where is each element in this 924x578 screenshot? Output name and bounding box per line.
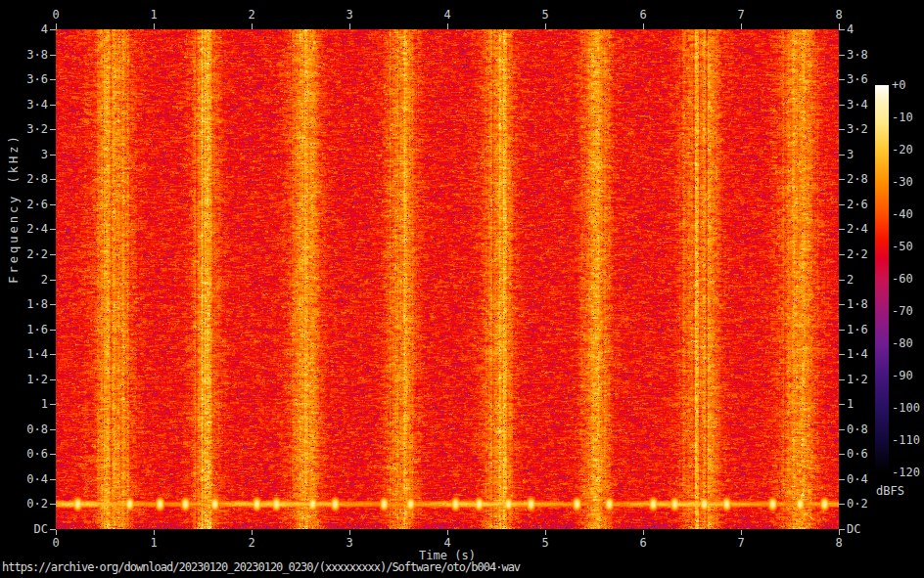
y-tick-mark [50,155,56,156]
y-tick-mark [839,379,845,380]
y-tick-mark [839,529,845,530]
x-tick-mark [154,530,155,535]
y-tick-mark [50,330,56,331]
x-tick-label: 0 [36,8,75,22]
y-tick-label: 3·4 [1,98,48,111]
y-tick-label: 3·6 [1,72,48,86]
x-tick-label: 4 [428,8,467,22]
y-tick-mark [839,29,845,30]
y-tick-mark [50,229,56,230]
y-tick-mark [50,304,56,305]
colorbar-tick-label: -70 [892,304,913,318]
colorbar-tick-label: -60 [892,272,913,286]
y-tick-mark [50,55,56,56]
colorbar-tick-label: +0 [892,78,905,92]
x-tick-mark [349,23,350,29]
colorbar-tick-label: -90 [892,369,913,382]
y-tick-mark [839,229,845,230]
y-tick-label: 0·6 [1,447,48,461]
y-tick-mark [839,479,845,480]
y-tick-mark [839,254,845,255]
y-axis-title: Frequency (kHz) [7,111,21,306]
x-tick-mark [643,530,644,535]
x-tick-label: 2 [232,8,271,22]
y-tick-mark [839,55,845,56]
x-tick-label: 8 [819,8,858,22]
y-tick-label: 1·6 [1,323,48,336]
colorbar-gradient [875,85,889,472]
y-tick-mark [839,155,845,156]
x-tick-mark [349,530,350,535]
x-tick-mark [545,530,546,535]
y-tick-mark [50,454,56,455]
x-tick-label: 5 [526,8,565,22]
x-tick-label: 0 [36,536,75,550]
x-tick-mark [154,23,155,29]
x-tick-label: 7 [721,8,761,22]
colorbar-tick-label: -120 [892,466,920,479]
y-tick-mark [50,105,56,106]
y-tick-label: 1·2 [1,373,48,386]
x-tick-label: 3 [330,536,369,550]
x-tick-mark [56,23,57,29]
y-tick-mark [50,79,56,80]
x-tick-label: 6 [624,536,663,550]
x-tick-mark [741,530,742,535]
x-tick-mark [447,530,448,535]
x-tick-label: 5 [526,536,565,550]
x-tick-label: 1 [134,8,173,22]
y-tick-mark [50,254,56,255]
spectrogram-heatmap [56,29,839,529]
y-tick-mark [839,304,845,305]
y-tick-label: 3·6 [847,72,894,86]
x-tick-label: 2 [232,536,271,550]
y-tick-label: DC [1,522,48,536]
y-tick-mark [50,204,56,205]
y-tick-mark [50,429,56,430]
colorbar [875,85,889,472]
x-tick-mark [56,530,57,535]
spectrogram-window: 012345678 012345678 43·83·63·43·232·82·6… [0,0,924,578]
y-tick-label: 0·4 [1,472,48,486]
x-tick-label: 1 [134,536,173,550]
x-tick-mark [252,23,253,29]
x-tick-mark [741,23,742,29]
y-tick-mark [839,129,845,130]
spectrogram-plot [56,29,839,529]
x-tick-mark [643,23,644,29]
x-tick-label: 8 [819,536,858,550]
y-tick-label: 3·8 [847,48,894,62]
x-tick-mark [545,23,546,29]
y-tick-mark [839,280,845,281]
y-tick-label: 1·4 [1,347,48,361]
colorbar-tick-label: -40 [892,207,913,221]
y-tick-mark [50,379,56,380]
y-tick-mark [839,404,845,405]
y-tick-mark [50,179,56,180]
y-tick-mark [50,354,56,355]
y-tick-mark [839,105,845,106]
y-tick-mark [839,504,845,505]
x-tick-mark [839,530,840,535]
y-tick-label: 0·2 [1,497,48,511]
x-tick-label: 6 [624,8,663,22]
y-tick-label: 1 [1,397,48,411]
x-tick-label: 3 [330,8,369,22]
x-tick-label: 4 [428,536,467,550]
y-tick-mark [50,529,56,530]
colorbar-tick-label: -110 [892,433,920,447]
y-tick-mark [50,479,56,480]
y-tick-label: 4 [1,22,48,36]
x-tick-mark [447,23,448,29]
colorbar-tick-label: -10 [892,111,913,124]
y-tick-mark [50,404,56,405]
y-tick-mark [50,504,56,505]
source-url-text: https://archive·org/download/20230120_20… [2,560,520,574]
y-tick-label: 0·2 [847,497,894,511]
colorbar-unit-label: dBFS [876,484,904,498]
colorbar-tick-label: -20 [892,143,913,156]
colorbar-tick-label: -80 [892,336,913,350]
colorbar-tick-label: -100 [892,401,920,415]
y-tick-mark [839,79,845,80]
y-tick-mark [839,204,845,205]
